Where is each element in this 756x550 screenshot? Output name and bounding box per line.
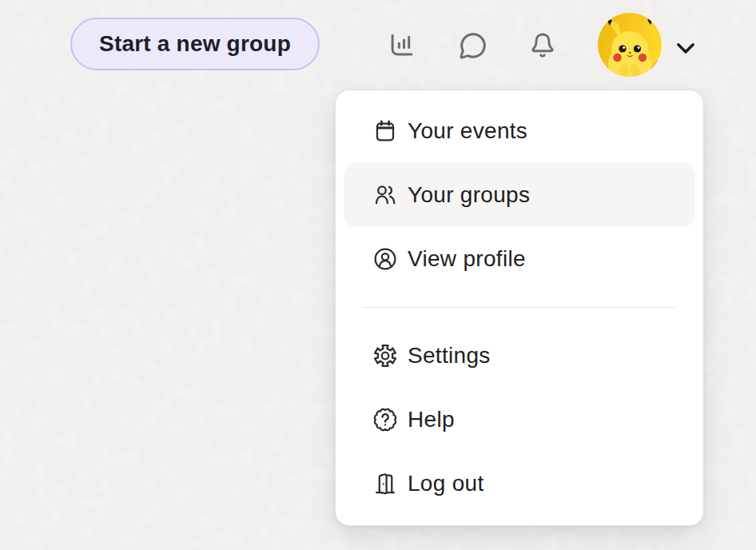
gear-icon xyxy=(372,343,398,369)
door-open-icon xyxy=(372,471,398,496)
account-dropdown-menu: Your events Your groups View profile xyxy=(335,90,704,526)
menu-item-label: Log out xyxy=(408,471,484,496)
messages-button[interactable] xyxy=(457,30,489,62)
calendar-icon xyxy=(372,118,398,144)
avatar[interactable] xyxy=(598,13,662,77)
menu-item-label: Help xyxy=(408,407,455,432)
chevron-down-icon xyxy=(672,34,699,62)
menu-item-label: Your events xyxy=(408,118,527,144)
help-badge-icon xyxy=(372,407,398,432)
stats-button[interactable] xyxy=(386,30,418,62)
menu-divider xyxy=(362,307,677,308)
menu-item-help[interactable]: Help xyxy=(344,388,695,452)
menu-item-label: Your groups xyxy=(408,182,530,208)
pikachu-avatar-image xyxy=(598,13,662,77)
users-icon xyxy=(372,182,398,208)
user-circle-icon xyxy=(372,246,398,272)
bar-chart-icon xyxy=(387,30,417,61)
account-menu-toggle[interactable] xyxy=(670,32,702,64)
menu-item-label: Settings xyxy=(408,343,491,369)
menu-item-settings[interactable]: Settings xyxy=(344,324,695,388)
chat-bubble-icon xyxy=(458,30,488,61)
menu-item-log-out[interactable]: Log out xyxy=(344,452,695,516)
menu-item-your-events[interactable]: Your events xyxy=(344,99,695,163)
menu-item-view-profile[interactable]: View profile xyxy=(344,227,695,291)
start-new-group-button[interactable]: Start a new group xyxy=(70,18,320,70)
notifications-button[interactable] xyxy=(527,30,559,62)
menu-item-your-groups[interactable]: Your groups xyxy=(344,163,695,227)
menu-item-label: View profile xyxy=(408,246,526,272)
bell-icon xyxy=(527,30,558,61)
